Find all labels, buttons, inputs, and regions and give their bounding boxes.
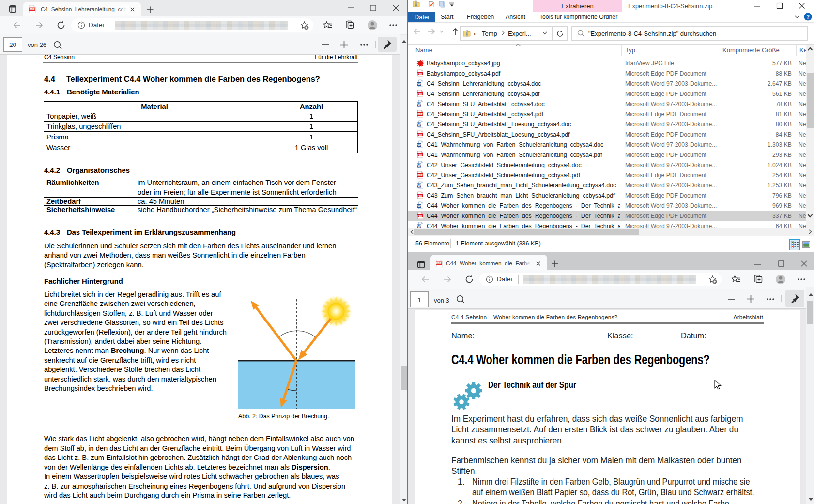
svg-text:PDF: PDF <box>30 8 35 11</box>
svg-text:?: ? <box>806 14 810 20</box>
svg-text:PDF: PDF <box>436 262 442 265</box>
